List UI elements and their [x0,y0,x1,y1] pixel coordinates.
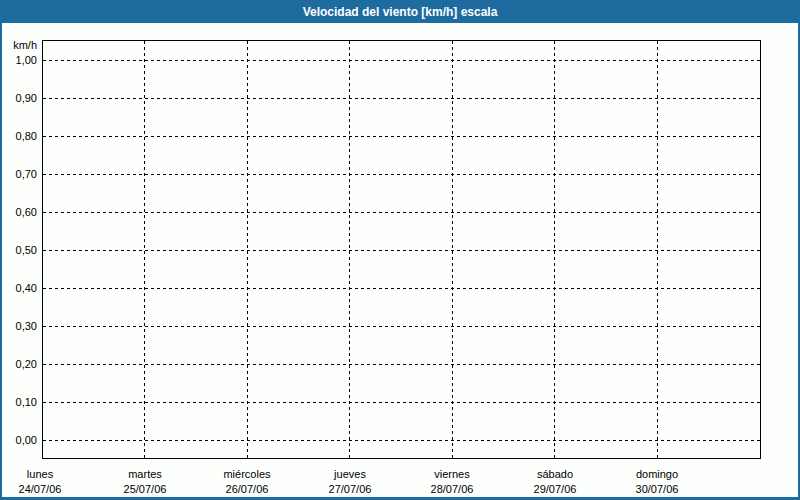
y-tick-label: 0,30 [0,320,37,332]
x-date-label: 30/07/06 [597,483,717,496]
frame-border-left [0,0,2,500]
y-axis-unit-label: km/h [0,39,37,51]
x-date-label: 28/07/06 [392,483,512,496]
y-tick-label: 0,10 [0,396,37,408]
y-tick-label: 0,50 [0,244,37,256]
plot-border [43,41,761,459]
y-tick-label: 0,40 [0,282,37,294]
x-date-label: 26/07/06 [187,483,307,496]
plot-grid [0,0,800,500]
y-tick-label: 0,80 [0,130,37,142]
y-tick-label: 1,00 [0,54,37,66]
chart-window: Velocidad del viento [km/h] escala [0,0,800,500]
horizontal-gridlines [43,61,760,441]
vertical-gridlines [145,41,658,458]
y-tick-label: 0,90 [0,92,37,104]
x-day-label: domingo [597,468,717,481]
y-tick-label: 0,20 [0,358,37,370]
x-day-label: viernes [392,468,512,481]
y-tick-label: 0,60 [0,206,37,218]
x-day-label: miércoles [187,468,307,481]
y-tick-label: 0,70 [0,168,37,180]
y-tick-label: 0,00 [0,434,37,446]
